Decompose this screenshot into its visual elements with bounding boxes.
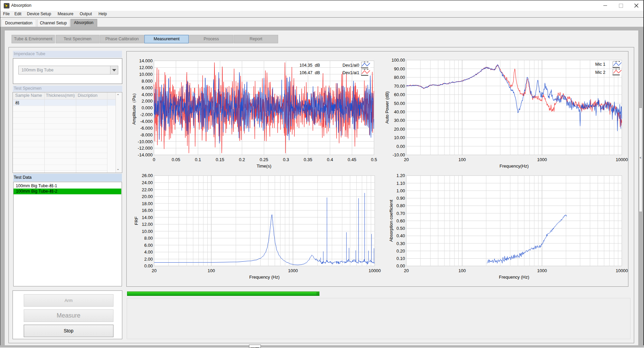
svg-text:104.35 dB: 104.35 dB [299,63,320,68]
svg-text:24.00: 24.00 [142,180,153,185]
svg-text:0.10: 0.10 [396,256,405,261]
svg-text:-10.00: -10.00 [393,152,405,157]
svg-text:0.25: 0.25 [260,157,268,162]
svg-text:0.15: 0.15 [216,157,224,162]
svg-text:16.00: 16.00 [142,208,153,213]
svg-text:0.30: 0.30 [396,241,405,246]
svg-text:0.3: 0.3 [283,157,289,162]
svg-text:0.5: 0.5 [371,157,377,162]
svg-text:20.00: 20.00 [142,194,153,199]
svg-text:Mic 1: Mic 1 [595,62,605,67]
svg-text:1.10: 1.10 [396,181,405,186]
svg-text:20: 20 [404,157,409,162]
svg-text:20.00: 20.00 [394,127,405,132]
svg-text:0.000: 0.000 [142,105,153,110]
svg-text:-6.000: -6.000 [140,126,153,131]
svg-text:8.000: 8.000 [142,79,153,84]
svg-text:10.000: 10.000 [139,72,153,77]
svg-text:8.00: 8.00 [144,236,153,241]
svg-text:-4.000: -4.000 [140,119,153,124]
svg-text:0.40: 0.40 [396,233,405,238]
svg-text:4.000: 4.000 [142,92,153,97]
svg-text:100: 100 [458,157,466,162]
svg-text:0.90: 0.90 [396,196,405,201]
svg-text:-2.000: -2.000 [140,112,153,117]
svg-text:0.70: 0.70 [396,211,405,216]
svg-text:Frequency (Hz): Frequency (Hz) [499,275,529,280]
svg-text:0.00: 0.00 [396,263,405,268]
svg-text:106.47 dB: 106.47 dB [299,70,320,75]
svg-text:50.00: 50.00 [394,101,405,106]
svg-text:0.00: 0.00 [396,144,405,149]
svg-text:14.000: 14.000 [139,58,153,63]
svg-text:0.80: 0.80 [396,203,405,208]
svg-text:30.00: 30.00 [394,118,405,123]
svg-text:10000: 10000 [369,268,381,273]
svg-text:0.1: 0.1 [195,157,201,162]
svg-text:1000: 1000 [537,268,547,273]
svg-text:-10.000: -10.000 [138,139,152,144]
svg-text:100: 100 [458,268,466,273]
svg-text:Frequency (Hz): Frequency (Hz) [249,275,280,280]
svg-text:12.000: 12.000 [139,65,153,70]
svg-text:-14.000: -14.000 [138,152,152,157]
svg-text:20: 20 [152,268,157,273]
svg-text:0: 0 [153,157,155,162]
svg-text:-8.000: -8.000 [140,132,153,137]
svg-text:6.00: 6.00 [144,243,153,248]
svg-text:90.00: 90.00 [394,66,405,71]
svg-text:10.00: 10.00 [394,135,405,140]
svg-text:12.00: 12.00 [142,222,153,227]
svg-text:4.00: 4.00 [144,249,153,255]
svg-text:0.4: 0.4 [327,157,333,162]
svg-text:Time(s): Time(s) [256,164,271,169]
svg-text:Amplitude（Pa）: Amplitude（Pa） [131,91,137,125]
svg-text:0.60: 0.60 [396,218,405,223]
svg-text:6.000: 6.000 [142,85,153,90]
svg-text:Auto Power (dB): Auto Power (dB) [385,91,390,124]
svg-text:10.00: 10.00 [142,229,153,234]
svg-text:0.35: 0.35 [304,157,312,162]
svg-text:18.00: 18.00 [142,201,153,206]
svg-text:40.00: 40.00 [394,109,405,114]
svg-text:22.00: 22.00 [142,187,153,192]
svg-text:60.00: 60.00 [394,92,405,97]
svg-text:2.00: 2.00 [144,257,153,262]
svg-text:100: 100 [208,268,215,273]
svg-text:FRF: FRF [134,217,139,225]
svg-text:26.00: 26.00 [142,173,153,178]
svg-text:1000: 1000 [537,157,547,162]
svg-text:10000: 10000 [616,268,628,273]
svg-text:-12.000: -12.000 [138,146,152,151]
svg-text:10000: 10000 [616,157,628,162]
svg-text:1.20: 1.20 [396,173,405,178]
svg-text:1000: 1000 [288,268,298,273]
svg-text:Dev1/ai0: Dev1/ai0 [342,63,359,68]
svg-text:2.000: 2.000 [142,99,153,104]
svg-text:Mic 2: Mic 2 [595,70,605,75]
svg-text:0.00: 0.00 [144,263,153,268]
svg-text:80.00: 80.00 [394,75,405,80]
svg-text:70.00: 70.00 [394,84,405,89]
svg-text:0.05: 0.05 [172,157,180,162]
svg-text:0.2: 0.2 [239,157,245,162]
svg-text:0.20: 0.20 [396,248,405,254]
svg-text:Dev1/ai1: Dev1/ai1 [342,70,359,75]
svg-text:20: 20 [404,268,409,273]
svg-text:0.50: 0.50 [396,226,405,231]
svg-text:1.00: 1.00 [396,188,405,193]
svg-text:Absorption coefficient: Absorption coefficient [389,200,394,242]
svg-text:14.00: 14.00 [142,215,153,220]
svg-text:0.45: 0.45 [348,157,356,162]
svg-text:100.00: 100.00 [392,58,405,63]
svg-text:Frequency(Hz): Frequency(Hz) [500,164,529,169]
